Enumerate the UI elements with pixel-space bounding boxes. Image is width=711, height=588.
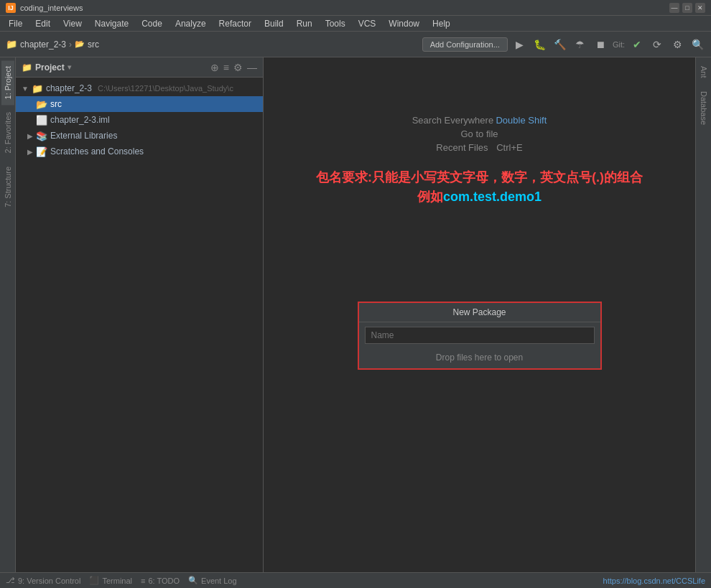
project-panel-title: 📁 Project ▾: [22, 62, 206, 73]
blog-url[interactable]: https://blog.csdn.net/CCSLife: [603, 577, 705, 585]
git-label: Git:: [613, 40, 625, 49]
settings-panel-icon[interactable]: ⚙: [233, 62, 243, 73]
menu-run[interactable]: Run: [291, 17, 318, 30]
dropdown-icon[interactable]: ▾: [68, 63, 71, 71]
menu-tools[interactable]: Tools: [320, 17, 351, 30]
todo-tab[interactable]: ≡ 6: TODO: [141, 577, 180, 585]
terminal-icon: ⬛: [89, 576, 99, 585]
stop-icon[interactable]: ⏹: [592, 37, 608, 52]
project-header-actions: ⊕ ≡ ⚙ —: [210, 62, 257, 73]
menu-build[interactable]: Build: [259, 17, 289, 30]
tab-database[interactable]: Database: [697, 85, 710, 131]
menu-edit[interactable]: Edit: [29, 17, 56, 30]
search-icon[interactable]: 🔍: [689, 37, 705, 52]
goto-label: Go to file: [460, 129, 498, 139]
root-arrow-icon: ▼: [22, 85, 29, 93]
search-everywhere-row: Search Everywhere Double Shift: [412, 115, 547, 126]
run-icon[interactable]: ▶: [512, 37, 528, 52]
git-check-icon[interactable]: ✔: [629, 37, 645, 52]
dialog-title: New Package: [359, 303, 600, 322]
menu-view[interactable]: View: [57, 17, 88, 30]
minimize-button[interactable]: —: [669, 3, 679, 13]
git-branch-icon[interactable]: ⟳: [649, 37, 665, 52]
libs-icon: 📚: [36, 131, 47, 141]
root-name: chapter_2-3: [46, 83, 92, 93]
src-name: src: [50, 99, 62, 109]
tree-external-libs[interactable]: ▶ 📚 External Libraries: [16, 128, 263, 144]
scratch-arrow-icon: ▶: [27, 148, 33, 156]
project-header: 📁 Project ▾ ⊕ ≡ ⚙ —: [16, 57, 263, 78]
menu-window[interactable]: Window: [383, 17, 425, 30]
project-tree: ▼ 📁 chapter_2-3 C:\Users\12271\Desktop\J…: [16, 78, 263, 572]
app-icon: IJ: [6, 3, 16, 13]
left-tab-strip: 1: Project 2: Favorites 7: Structure: [0, 57, 16, 572]
recent-files-row: Recent Files Ctrl+E: [436, 142, 522, 153]
annotation-example-prefix: 例如: [417, 190, 443, 204]
coverage-icon[interactable]: ☂: [572, 37, 588, 52]
menu-refactor[interactable]: Refactor: [213, 17, 257, 30]
scratch-icon: 📝: [36, 146, 47, 157]
debug-icon[interactable]: 🐛: [532, 37, 548, 52]
event-log-label: Event Log: [201, 577, 237, 585]
event-log-tab[interactable]: 🔍 Event Log: [188, 576, 237, 585]
maximize-button[interactable]: □: [682, 3, 692, 13]
search-overlay: Search Everywhere Double Shift Go to fil…: [264, 57, 695, 572]
close-button[interactable]: ✕: [695, 3, 705, 13]
annotation-example-value: com.test.demo1: [443, 190, 542, 204]
external-libs-label: External Libraries: [50, 131, 117, 141]
todo-icon: ≡: [141, 577, 145, 585]
tree-root[interactable]: ▼ 📁 chapter_2-3 C:\Users\12271\Desktop\J…: [16, 80, 263, 96]
breadcrumb-project: chapter_2-3: [20, 39, 66, 50]
settings-icon[interactable]: ⚙: [669, 37, 685, 52]
breadcrumb-separator-1: ›: [69, 39, 72, 50]
collapse-all-icon[interactable]: ≡: [223, 62, 229, 73]
menu-file[interactable]: File: [3, 17, 28, 30]
editor-area: Search Everywhere Double Shift Go to fil…: [264, 57, 695, 572]
toolbar: 📁 chapter_2-3 › 📂 src Add Configuration.…: [0, 32, 711, 57]
recent-shortcut: Ctrl+E: [496, 142, 522, 153]
project-folder-icon: 📁: [6, 39, 17, 50]
tree-src[interactable]: 📂 src: [16, 96, 263, 112]
terminal-label: Terminal: [102, 577, 132, 585]
tab-structure[interactable]: 7: Structure: [1, 161, 14, 213]
tab-project[interactable]: 1: Project: [1, 60, 14, 105]
version-control-tab[interactable]: ⎇ 9: Version Control: [6, 576, 80, 585]
drop-text: Drop files here to open: [359, 348, 600, 368]
package-name-input[interactable]: [365, 327, 595, 344]
right-sidebar: Ant Database: [695, 57, 711, 572]
src-folder-icon: 📂: [36, 99, 47, 110]
add-configuration-button[interactable]: Add Configuration...: [422, 37, 508, 52]
title-bar-title: coding_interviews: [20, 4, 83, 12]
main-layout: 1: Project 2: Favorites 7: Structure 📁 P…: [0, 57, 711, 572]
menu-analyze[interactable]: Analyze: [169, 17, 212, 30]
title-bar-controls[interactable]: — □ ✕: [669, 3, 705, 13]
event-log-icon: 🔍: [188, 576, 198, 585]
menu-help[interactable]: Help: [427, 17, 456, 30]
root-folder-icon: 📁: [32, 83, 43, 94]
menu-code[interactable]: Code: [136, 17, 168, 30]
version-control-label: 9: Version Control: [18, 577, 80, 585]
locate-icon[interactable]: ⊕: [210, 62, 219, 73]
todo-label: 6: TODO: [148, 577, 180, 585]
root-path: C:\Users\12271\Desktop\Java_Study\c: [98, 84, 233, 93]
toolbar-right: Add Configuration... ▶ 🐛 🔨 ☂ ⏹ Git: ✔ ⟳ …: [422, 37, 705, 52]
terminal-tab[interactable]: ⬛ Terminal: [89, 576, 132, 585]
project-folder-header-icon: 📁: [22, 62, 32, 73]
build-icon[interactable]: 🔨: [552, 37, 568, 52]
search-everywhere-label: Search Everywhere: [412, 115, 493, 126]
dialog-input-row: [359, 322, 600, 348]
title-bar: IJ coding_interviews — □ ✕: [0, 0, 711, 16]
menu-vcs[interactable]: VCS: [353, 17, 382, 30]
tree-iml[interactable]: ⬜ chapter_2-3.iml: [16, 112, 263, 128]
menu-bar: File Edit View Navigate Code Analyze Ref…: [0, 16, 711, 32]
tree-scratches[interactable]: ▶ 📝 Scratches and Consoles: [16, 144, 263, 159]
close-panel-icon[interactable]: —: [247, 62, 257, 73]
menu-navigate[interactable]: Navigate: [89, 17, 134, 30]
project-panel: 📁 Project ▾ ⊕ ≡ ⚙ — ▼ 📁 chapter_2-3 C:\U…: [16, 57, 264, 572]
tab-ant[interactable]: Ant: [697, 60, 710, 84]
bottom-bar-left: ⎇ 9: Version Control ⬛ Terminal ≡ 6: TOD…: [6, 576, 595, 585]
annotation-line2: 例如com.test.demo1: [316, 188, 643, 205]
scratches-label: Scratches and Consoles: [50, 146, 144, 157]
tab-favorites[interactable]: 2: Favorites: [1, 106, 14, 159]
new-package-dialog: New Package Drop files here to open: [358, 302, 602, 370]
